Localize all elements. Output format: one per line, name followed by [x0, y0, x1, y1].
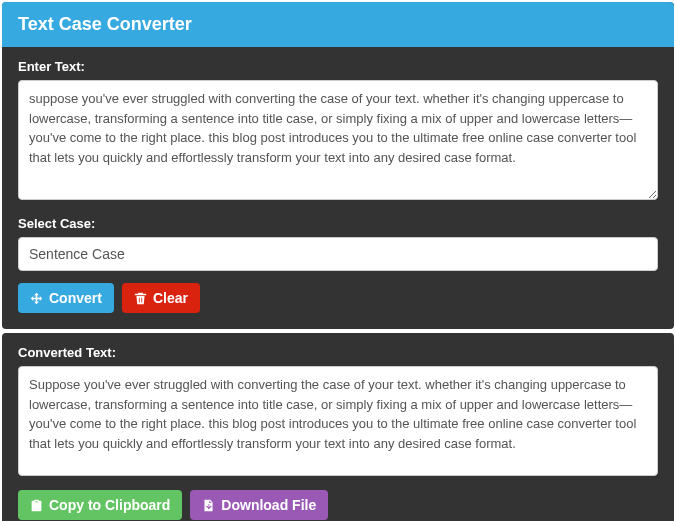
select-wrap: Sentence Case [18, 237, 658, 271]
download-icon [202, 499, 215, 512]
input-textarea[interactable] [18, 80, 658, 200]
output-buttons: Copy to Clipboard Download File [18, 490, 658, 520]
clear-label: Clear [153, 290, 188, 306]
input-group: Enter Text: [18, 59, 658, 204]
panel-body: Enter Text: Select Case: Sentence Case C… [2, 47, 674, 329]
input-label: Enter Text: [18, 59, 658, 74]
select-label: Select Case: [18, 216, 658, 231]
output-section: Converted Text: Suppose you've ever stru… [2, 333, 674, 521]
output-box[interactable]: Suppose you've ever struggled with conve… [18, 366, 658, 476]
copy-label: Copy to Clipboard [49, 497, 170, 513]
download-button[interactable]: Download File [190, 490, 328, 520]
trash-icon [134, 292, 147, 305]
panel-title: Text Case Converter [2, 2, 674, 47]
case-select[interactable]: Sentence Case [18, 237, 658, 271]
download-label: Download File [221, 497, 316, 513]
clear-button[interactable]: Clear [122, 283, 200, 313]
convert-button[interactable]: Convert [18, 283, 114, 313]
output-label: Converted Text: [18, 345, 658, 360]
action-buttons: Convert Clear [18, 283, 658, 313]
select-group: Select Case: Sentence Case [18, 216, 658, 271]
swap-icon [30, 292, 43, 305]
convert-label: Convert [49, 290, 102, 306]
main-panel: Text Case Converter Enter Text: Select C… [2, 2, 674, 329]
copy-button[interactable]: Copy to Clipboard [18, 490, 182, 520]
clipboard-icon [30, 499, 43, 512]
